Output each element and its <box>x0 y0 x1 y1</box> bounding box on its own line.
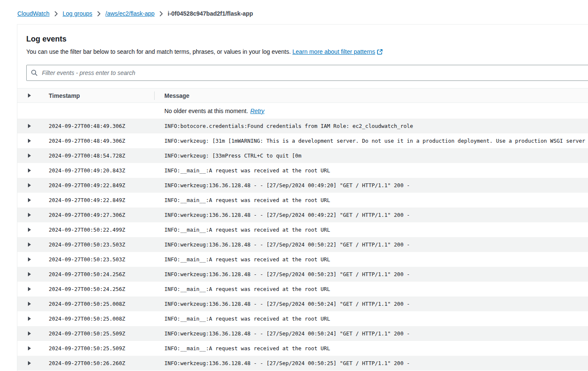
row-message: INFO:werkzeug:136.36.128.48 - - [27/Sep/… <box>154 271 588 277</box>
row-message: INFO:werkzeug:136.36.128.48 - - [27/Sep/… <box>154 212 588 218</box>
log-event-row: 2024-09-27T00:49:22.849Z INFO:werkzeug:1… <box>17 178 588 193</box>
breadcrumb-chevron-icon <box>54 11 58 17</box>
row-message: INFO:__main__:A request was received at … <box>154 345 588 352</box>
expand-row-triangle-icon[interactable] <box>28 213 31 217</box>
table-header-row: Timestamp Message <box>17 88 588 103</box>
expand-row-triangle-icon[interactable] <box>28 316 31 321</box>
expand-row-triangle-icon[interactable] <box>28 361 31 365</box>
expand-row-triangle-icon[interactable] <box>28 346 31 351</box>
row-timestamp: 2024-09-27T00:49:22.849Z <box>49 182 154 188</box>
row-timestamp: 2024-09-27T00:50:24.256Z <box>49 271 154 277</box>
external-link-icon <box>377 49 383 56</box>
row-message: INFO:werkzeug:136.36.128.48 - - [27/Sep/… <box>154 330 588 337</box>
row-timestamp: 2024-09-27T00:50:23.503Z <box>49 256 154 263</box>
log-event-row: 2024-09-27T00:50:25.008Z INFO:werkzeug:1… <box>17 296 588 311</box>
row-timestamp: 2024-09-27T00:50:23.503Z <box>49 241 154 248</box>
row-message: INFO:werkzeug: [31m [1mWARNING: This is … <box>154 138 588 144</box>
row-timestamp: 2024-09-27T00:50:25.008Z <box>49 301 154 307</box>
row-timestamp: 2024-09-27T00:50:26.260Z <box>49 360 154 366</box>
search-icon <box>31 69 38 76</box>
expand-all-triangle-icon[interactable] <box>28 93 31 98</box>
row-message: INFO:botocore.credentials:Found credenti… <box>154 123 588 129</box>
log-event-row: 2024-09-27T00:49:27.306Z INFO:werkzeug:1… <box>17 208 588 222</box>
expand-row-triangle-icon[interactable] <box>28 257 31 262</box>
row-message: INFO:__main__:A request was received at … <box>154 197 588 203</box>
log-events-table: Timestamp Message No older events at thi… <box>17 88 588 371</box>
row-message: INFO:__main__:A request was received at … <box>154 286 588 292</box>
breadcrumb-cloudwatch-link[interactable]: CloudWatch <box>17 10 50 17</box>
log-event-row: 2024-09-27T00:48:54.728Z INFO:werkzeug: … <box>17 148 588 163</box>
log-event-row: 2024-09-27T00:50:26.260Z INFO:werkzeug:1… <box>17 356 588 371</box>
no-older-events-row: No older events at this moment. Retry <box>17 103 588 119</box>
row-message: INFO:__main__:A request was received at … <box>154 316 588 322</box>
filter-events-input[interactable] <box>41 69 588 77</box>
row-timestamp: 2024-09-27T00:49:20.843Z <box>49 167 154 174</box>
log-event-row: 2024-09-27T00:48:49.306Z INFO:botocore.c… <box>17 119 588 133</box>
panel-description-text: You can use the filter bar below to sear… <box>26 48 291 55</box>
log-event-row: 2024-09-27T00:50:23.503Z INFO:__main__:A… <box>17 252 588 267</box>
row-timestamp: 2024-09-27T00:48:49.306Z <box>49 138 154 144</box>
column-header-message[interactable]: Message <box>154 91 588 100</box>
log-event-row: 2024-09-27T00:50:25.509Z INFO:__main__:A… <box>17 341 588 356</box>
expand-row-triangle-icon[interactable] <box>28 168 31 173</box>
filter-bar <box>26 65 588 81</box>
log-rows: 2024-09-27T00:48:49.306Z INFO:botocore.c… <box>17 119 588 371</box>
no-older-events-text: No older events at this moment. <box>164 108 248 114</box>
row-timestamp: 2024-09-27T00:48:54.728Z <box>49 152 154 159</box>
log-event-row: 2024-09-27T00:50:23.503Z INFO:werkzeug:1… <box>17 237 588 252</box>
log-event-row: 2024-09-27T00:49:22.849Z INFO:__main__:A… <box>17 193 588 208</box>
log-event-row: 2024-09-27T00:50:22.499Z INFO:__main__:A… <box>17 222 588 237</box>
row-message: INFO:__main__:A request was received at … <box>154 167 588 174</box>
breadcrumb-chevron-icon <box>97 11 101 17</box>
cloudwatch-log-events-page: { "breadcrumb": { "items": [ { "label": … <box>0 0 588 371</box>
row-message: INFO:__main__:A request was received at … <box>154 227 588 233</box>
breadcrumb-log-group-link[interactable]: /aws/ec2/flask-app <box>105 10 155 17</box>
row-message: INFO:werkzeug:136.36.128.48 - - [27/Sep/… <box>154 182 588 188</box>
expand-row-triangle-icon[interactable] <box>28 227 31 232</box>
row-message: INFO:__main__:A request was received at … <box>154 256 588 263</box>
panel-description: You can use the filter bar below to sear… <box>26 48 588 56</box>
expand-row-triangle-icon[interactable] <box>28 272 31 277</box>
row-timestamp: 2024-09-27T00:50:25.008Z <box>49 316 154 322</box>
log-event-row: 2024-09-27T00:48:49.306Z INFO:werkzeug: … <box>17 133 588 148</box>
row-message: INFO:werkzeug: [33mPress CTRL+C to quit … <box>154 152 588 159</box>
breadcrumb-log-groups-link[interactable]: Log groups <box>63 10 92 17</box>
expand-row-triangle-icon[interactable] <box>28 242 31 247</box>
row-timestamp: 2024-09-27T00:50:25.509Z <box>49 330 154 337</box>
expand-row-triangle-icon[interactable] <box>28 124 31 128</box>
row-message: INFO:werkzeug:136.36.128.48 - - [27/Sep/… <box>154 301 588 307</box>
expand-row-triangle-icon[interactable] <box>28 183 31 188</box>
page-title: Log events <box>26 35 588 44</box>
log-events-panel: Log events You can use the filter bar be… <box>17 24 588 371</box>
row-timestamp: 2024-09-27T00:50:24.256Z <box>49 286 154 292</box>
learn-more-filter-patterns-link[interactable]: Learn more about filter patterns <box>292 48 375 55</box>
log-event-row: 2024-09-27T00:50:24.256Z INFO:__main__:A… <box>17 282 588 296</box>
log-event-row: 2024-09-27T00:50:24.256Z INFO:werkzeug:1… <box>17 267 588 282</box>
retry-link[interactable]: Retry <box>250 108 264 114</box>
expand-row-triangle-icon[interactable] <box>28 302 31 306</box>
log-event-row: 2024-09-27T00:49:20.843Z INFO:__main__:A… <box>17 163 588 178</box>
row-timestamp: 2024-09-27T00:50:22.499Z <box>49 227 154 233</box>
expand-row-triangle-icon[interactable] <box>28 153 31 158</box>
column-header-timestamp[interactable]: Timestamp <box>49 92 154 99</box>
breadcrumb-current-stream: i-0f04528c947bad2f1/flask-app <box>168 10 253 17</box>
log-event-row: 2024-09-27T00:50:25.509Z INFO:werkzeug:1… <box>17 326 588 341</box>
row-message: INFO:werkzeug:136.36.128.48 - - [27/Sep/… <box>154 241 588 248</box>
breadcrumb-chevron-icon <box>159 11 163 17</box>
expand-row-triangle-icon[interactable] <box>28 287 31 291</box>
expand-row-triangle-icon[interactable] <box>28 198 31 202</box>
row-timestamp: 2024-09-27T00:50:25.509Z <box>49 345 154 352</box>
row-message: INFO:werkzeug:136.36.128.48 - - [27/Sep/… <box>154 360 588 366</box>
expand-row-triangle-icon[interactable] <box>28 331 31 336</box>
row-timestamp: 2024-09-27T00:49:22.849Z <box>49 197 154 203</box>
expand-row-triangle-icon[interactable] <box>28 138 31 143</box>
log-event-row: 2024-09-27T00:50:25.008Z INFO:__main__:A… <box>17 311 588 326</box>
row-timestamp: 2024-09-27T00:49:27.306Z <box>49 212 154 218</box>
row-timestamp: 2024-09-27T00:48:49.306Z <box>49 123 154 129</box>
breadcrumb: CloudWatch Log groups /aws/ec2/flask-app… <box>0 0 588 17</box>
